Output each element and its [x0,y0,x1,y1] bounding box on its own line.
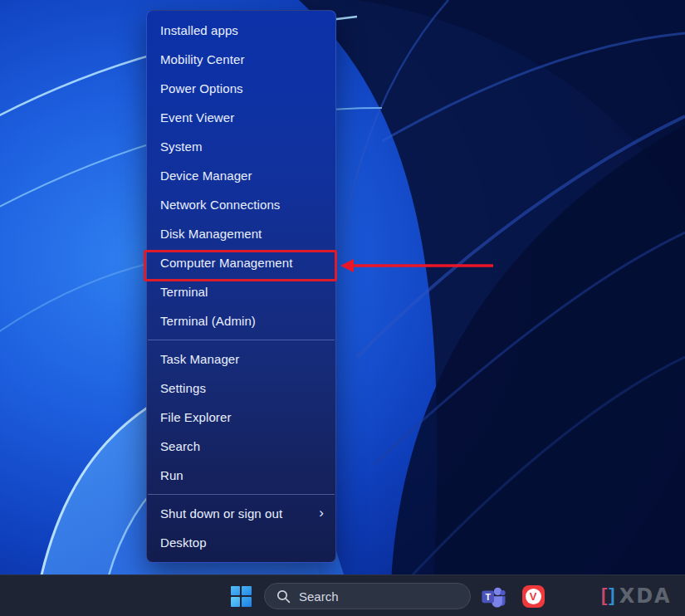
menu-item-computer-management[interactable]: Computer Management [147,248,335,277]
vivaldi-icon: V [522,585,545,608]
taskbar: Search T V [ ] XDA [0,574,685,616]
xda-bracket-left: [ [601,584,608,606]
chevron-right-icon: › [319,506,324,520]
menu-item-power-options[interactable]: Power Options [147,74,335,103]
teams-icon: T [481,585,506,608]
menu-item-shut-down-or-sign-out[interactable]: Shut down or sign out › [147,499,335,528]
menu-item-run[interactable]: Run [147,461,335,490]
xda-watermark: [ ] XDA [601,575,672,616]
menu-item-task-manager[interactable]: Task Manager [147,345,335,374]
menu-item-device-manager[interactable]: Device Manager [147,161,335,190]
desktop-wallpaper [0,0,685,616]
menu-item-search[interactable]: Search [147,432,335,461]
start-button[interactable] [229,584,252,608]
svg-text:T: T [485,591,491,601]
winx-menu-list: Installed apps Mobility Center Power Opt… [147,16,335,557]
menu-item-event-viewer[interactable]: Event Viewer [147,103,335,132]
menu-item-terminal-admin[interactable]: Terminal (Admin) [147,306,335,335]
menu-item-file-explorer[interactable]: File Explorer [147,403,335,432]
menu-separator [148,494,335,495]
menu-item-desktop[interactable]: Desktop [147,528,335,557]
search-placeholder-text: Search [299,589,339,604]
menu-item-installed-apps[interactable]: Installed apps [147,16,335,45]
vivaldi-taskbar-button[interactable]: V [520,583,546,609]
xda-text: XDA [619,584,672,608]
winx-context-menu: Installed apps Mobility Center Power Opt… [146,10,336,563]
windows-logo-icon [231,586,252,607]
menu-item-system[interactable]: System [147,132,335,161]
menu-separator [148,340,335,340]
menu-item-mobility-center[interactable]: Mobility Center [147,45,335,74]
xda-bracket-right: ] [609,584,615,606]
menu-item-settings[interactable]: Settings [147,374,335,403]
menu-item-network-connections[interactable]: Network Connections [147,190,335,219]
menu-item-disk-management[interactable]: Disk Management [147,219,335,248]
bloom-wallpaper-art [0,0,685,616]
taskbar-search-box[interactable]: Search [264,583,471,609]
menu-item-terminal[interactable]: Terminal [147,277,335,306]
magnifier-icon [276,589,291,604]
teams-taskbar-button[interactable]: T [480,583,506,609]
